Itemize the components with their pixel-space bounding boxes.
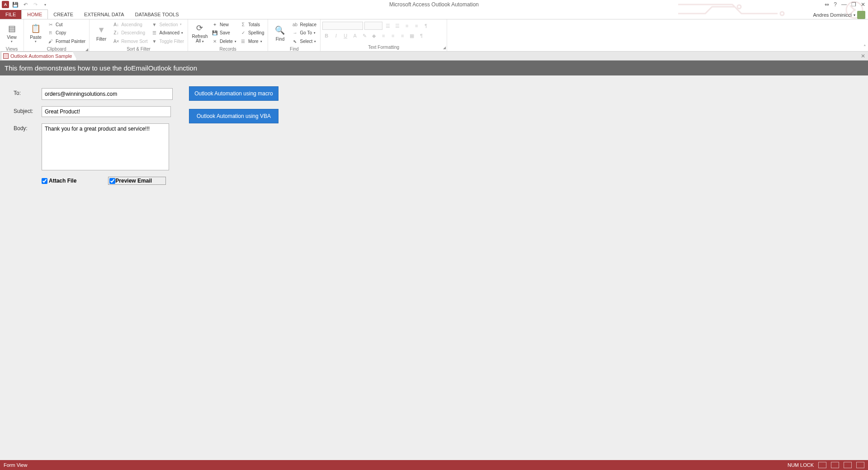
restore-icon[interactable]: ❐: [851, 1, 856, 8]
filter-button[interactable]: ▼ Filter: [91, 20, 111, 46]
close-icon[interactable]: ✕: [861, 1, 865, 8]
select-button[interactable]: ⬉Select▾: [292, 38, 316, 46]
ribbon-display-icon[interactable]: ⇔: [825, 1, 829, 8]
scissors-icon: ✂: [47, 21, 54, 28]
outlook-macro-button[interactable]: Outlook Automation using macro: [189, 86, 278, 101]
cursor-icon: ⬉: [292, 38, 298, 45]
italic-icon: I: [332, 32, 340, 40]
replace-button[interactable]: abReplace: [292, 20, 316, 28]
attach-file-check[interactable]: [42, 178, 47, 184]
minimize-icon[interactable]: —: [841, 1, 847, 8]
tab-file[interactable]: FILE: [0, 10, 21, 19]
datasheet-view-button[interactable]: [831, 462, 839, 468]
attach-file-checkbox[interactable]: Attach File: [42, 177, 76, 185]
outlook-vba-button[interactable]: Outlook Automation using VBA: [189, 109, 278, 123]
to-label: To:: [14, 88, 42, 96]
gridlines-icon: ▦: [408, 32, 416, 40]
spelling-button[interactable]: ✓Spelling: [240, 29, 264, 37]
align-right-icon: ≡: [398, 32, 406, 40]
preview-email-checkbox[interactable]: Preview Email: [108, 177, 166, 185]
funnel-icon: ▼: [96, 25, 107, 36]
indent-right-icon: ≡: [412, 22, 420, 30]
ribbon-group-clipboard: 📋 Paste ▾ ✂Cut ⎘Copy 🖌Format Painter Cli…: [24, 19, 90, 51]
selection-button[interactable]: ▼Selection▾: [151, 20, 184, 28]
subject-input[interactable]: [42, 106, 171, 117]
design-view-button[interactable]: [856, 462, 864, 468]
underline-icon: U: [341, 32, 349, 40]
tab-external-data[interactable]: EXTERNAL DATA: [79, 10, 129, 19]
qat-customize-icon[interactable]: ▾: [42, 1, 49, 8]
collapse-ribbon-icon[interactable]: ˄: [863, 44, 866, 50]
delete-button[interactable]: ✕Delete▾: [212, 38, 236, 46]
bold-icon: B: [322, 32, 330, 40]
bullets-icon: ☰: [384, 22, 392, 30]
window-controls: ⇔ ? — ❐ ✕: [825, 1, 868, 8]
user-account[interactable]: Andres Dominicci ▾: [813, 11, 868, 19]
copy-icon: ⎘: [47, 30, 54, 36]
new-icon: ✦: [212, 21, 218, 28]
document-tab-label: Outlook Automation Sample: [10, 53, 72, 59]
body-input[interactable]: [42, 123, 169, 170]
new-button[interactable]: ✦New: [212, 20, 236, 28]
chevron-down-icon: ▾: [854, 13, 855, 17]
tab-home[interactable]: HOME: [21, 9, 48, 19]
copy-button[interactable]: ⎘Copy: [47, 29, 85, 37]
toggle-filter-button[interactable]: ▼Toggle Filter: [151, 38, 184, 46]
form-icon: [3, 53, 9, 59]
chevron-down-icon: ▾: [11, 40, 13, 43]
tab-database-tools[interactable]: DATABASE TOOLS: [129, 10, 184, 19]
more-button[interactable]: ☰More▾: [240, 38, 264, 46]
layout-view-button[interactable]: [844, 462, 852, 468]
help-icon[interactable]: ?: [834, 1, 837, 8]
view-button[interactable]: ▤ View ▾: [2, 20, 22, 46]
totals-button[interactable]: ΣTotals: [240, 20, 264, 28]
format-painter-button[interactable]: 🖌Format Painter: [47, 38, 85, 46]
advanced-button[interactable]: ☰Advanced▾: [151, 29, 184, 37]
cut-button[interactable]: ✂Cut: [47, 20, 85, 28]
fill-color-icon: ◆: [370, 32, 378, 40]
remove-sort-button[interactable]: A×Remove Sort: [113, 38, 147, 46]
save-icon[interactable]: 💾: [12, 1, 19, 8]
goto-button[interactable]: →Go To▾: [292, 29, 316, 37]
numlock-indicator: NUM LOCK: [788, 462, 814, 468]
dialog-launcher-icon[interactable]: ◢: [443, 45, 446, 51]
redo-icon[interactable]: ↷: [32, 1, 39, 8]
sort-desc-icon: Z↓: [113, 30, 119, 36]
document-tab[interactable]: Outlook Automation Sample: [1, 52, 77, 60]
paste-button[interactable]: 📋 Paste ▾: [26, 20, 46, 46]
subject-label: Subject:: [14, 106, 42, 114]
arrow-right-icon: →: [292, 30, 298, 36]
highlight-icon: ✎: [360, 32, 368, 40]
form-body: To: Subject: Body: Attach File Preview E…: [0, 75, 868, 470]
funnel-icon: ▼: [151, 38, 158, 45]
ltr-icon: ¶: [422, 22, 430, 30]
refresh-all-button[interactable]: ⟳ RefreshAll ▾: [190, 20, 210, 46]
user-name: Andres Dominicci: [813, 12, 852, 18]
form-view-button[interactable]: [818, 462, 826, 468]
align-left-icon: ≡: [379, 32, 387, 40]
filter-label: Filter: [96, 37, 106, 42]
align-center-icon: ≡: [389, 32, 397, 40]
svg-point-2: [737, 5, 741, 9]
save-button[interactable]: 💾Save: [212, 29, 236, 37]
tab-create[interactable]: CREATE: [48, 10, 79, 19]
to-input[interactable]: [42, 88, 173, 100]
ribbon-group-find: 🔍 Find abReplace →Go To▾ ⬉Select▾ Find: [268, 19, 321, 51]
close-document-icon[interactable]: ✕: [861, 53, 865, 59]
ribbon-tabs: FILE HOME CREATE EXTERNAL DATA DATABASE …: [0, 9, 868, 19]
font-combo: [322, 22, 363, 30]
view-label: View: [7, 35, 17, 40]
descending-button[interactable]: Z↓Descending: [113, 29, 147, 37]
preview-email-check[interactable]: [109, 178, 115, 184]
find-label: Find: [276, 37, 284, 42]
access-app-icon: A: [2, 1, 9, 8]
quick-access-toolbar: A 💾 ↶ ↷ ▾: [0, 1, 49, 8]
selection-icon: ▼: [151, 21, 158, 28]
ribbon-group-sortfilter: ▼ Filter A↓Ascending Z↓Descending A×Remo…: [90, 19, 188, 51]
find-button[interactable]: 🔍 Find: [270, 20, 290, 46]
ascending-button[interactable]: A↓Ascending: [113, 20, 147, 28]
undo-icon[interactable]: ↶: [22, 1, 29, 8]
spellcheck-icon: ✓: [240, 30, 246, 36]
replace-icon: ab: [292, 21, 298, 28]
form-view-icon: ▤: [6, 23, 17, 34]
